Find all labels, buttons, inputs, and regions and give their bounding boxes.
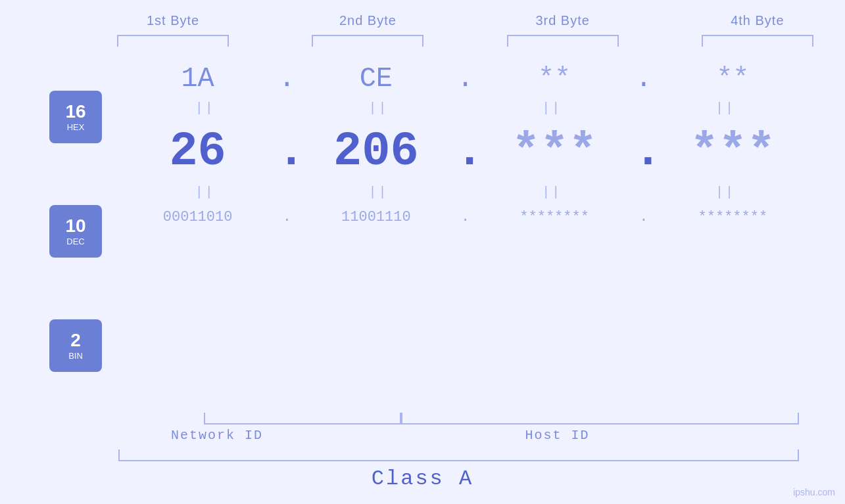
dec-byte4: *** (654, 125, 812, 179)
brackets-spacer (33, 413, 118, 424)
bin-badge: 2 BIN (49, 319, 102, 372)
eq1-b2: || (369, 101, 389, 116)
hex-byte2: CE (297, 63, 455, 95)
dec-byte1: 26 (118, 125, 277, 179)
network-id-label: Network ID (118, 428, 316, 443)
content-area: 16 HEX 10 DEC 2 BIN 1A . CE (33, 53, 812, 409)
full-bracket-row (33, 443, 812, 461)
main-container: 1st Byte 2nd Byte 3rd Byte 4th Byte 16 H… (0, 0, 845, 504)
bracket-network-id (204, 413, 401, 424)
dec-byte2: 206 (297, 125, 455, 179)
values-area: 1A . CE . ** . ** || || || || (118, 53, 812, 409)
dec-row: 26 . 206 . *** . *** (118, 118, 812, 182)
bin-row: 00011010 . 11001110 . ******** . *******… (118, 202, 812, 229)
hex-byte4: ** (654, 63, 812, 95)
byte1-header: 1st Byte (76, 13, 270, 28)
class-a-label: Class A (33, 467, 812, 491)
hex-dot1: . (277, 63, 297, 95)
bin-dot2: . (456, 209, 475, 225)
id-labels: Network ID Host ID (33, 428, 812, 443)
byte2-header: 2nd Byte (270, 13, 465, 28)
watermark: ipshu.com (793, 487, 835, 497)
bracket-top-2 (312, 35, 423, 47)
bin-badge-label: BIN (68, 351, 83, 361)
dec-dot1: . (277, 125, 297, 179)
bracket-full (118, 449, 799, 461)
hex-byte3: ** (475, 63, 634, 95)
hex-byte1: 1A (118, 63, 277, 95)
host-id-label: Host ID (316, 428, 799, 443)
hex-badge: 16 HEX (49, 91, 102, 143)
eq1-b4: || (715, 101, 735, 116)
bracket-host-id (401, 413, 799, 424)
byte3-header: 3rd Byte (466, 13, 660, 28)
equals-row2: || || || || (118, 182, 812, 202)
hex-badge-label: HEX (67, 122, 85, 132)
top-brackets (76, 35, 845, 47)
bin-badge-number: 2 (70, 331, 81, 350)
eq2-b4: || (715, 185, 735, 200)
eq2-b3: || (542, 185, 562, 200)
bin-dot1: . (277, 209, 297, 225)
byte-headers: 1st Byte 2nd Byte 3rd Byte 4th Byte (76, 13, 845, 28)
hex-dot2: . (456, 63, 475, 95)
bin-byte1: 00011010 (118, 209, 277, 225)
badges-column: 16 HEX 10 DEC 2 BIN (33, 53, 118, 409)
eq2-b2: || (369, 185, 389, 200)
hex-badge-number: 16 (65, 103, 85, 121)
bracket-top-4 (702, 35, 813, 47)
bin-dot3: . (634, 209, 654, 225)
bin-byte3: ******** (475, 209, 634, 225)
dec-badge: 10 DEC (49, 205, 102, 258)
eq2-b1: || (195, 185, 215, 200)
hex-row: 1A . CE . ** . ** (118, 53, 812, 98)
dec-byte3: *** (475, 125, 634, 179)
dec-badge-label: DEC (66, 237, 84, 246)
bracket-top-3 (507, 35, 619, 47)
dec-dot3: . (634, 125, 654, 179)
bin-byte4: ******** (654, 209, 812, 225)
dec-badge-number: 10 (65, 217, 85, 235)
byte4-header: 4th Byte (660, 13, 845, 28)
bottom-brackets-row (33, 413, 812, 424)
eq1-b3: || (542, 101, 562, 116)
equals-row1: || || || || (118, 98, 812, 118)
eq1-b1: || (195, 101, 215, 116)
dec-dot2: . (456, 125, 475, 179)
bin-byte2: 11001110 (297, 209, 455, 225)
hex-dot3: . (634, 63, 654, 95)
bracket-top-1 (117, 35, 229, 47)
